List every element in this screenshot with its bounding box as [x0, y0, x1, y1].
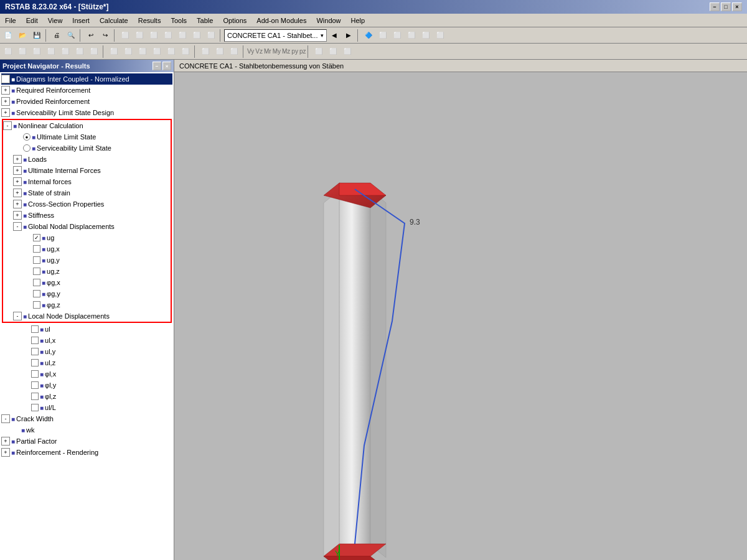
- tree-expander-state-strain[interactable]: +: [13, 189, 22, 197]
- tree-item-ultimate-internal[interactable]: +■Ultimate Internal Forces: [3, 165, 171, 176]
- tb-b6[interactable]: ⬜: [190, 29, 204, 42]
- tree-item-sls[interactable]: ■Serviceability Limit State: [3, 142, 171, 154]
- tree-item-diagrams[interactable]: -■Diagrams Inter Coupled - Normalized: [1, 73, 172, 85]
- tb2-b2[interactable]: ⬜: [16, 45, 29, 58]
- tb-open[interactable]: 📂: [16, 29, 29, 42]
- tree-checkbox-ulz[interactable]: [31, 359, 39, 366]
- tb2-b5[interactable]: ⬜: [59, 45, 72, 58]
- tb-b2[interactable]: ⬜: [133, 29, 146, 42]
- menu-tools[interactable]: Tools: [166, 14, 192, 27]
- tree-checkbox-ug[interactable]: [33, 234, 40, 241]
- tree-item-state-strain[interactable]: +■State of strain: [3, 187, 171, 198]
- panel-close-button[interactable]: ×: [162, 62, 171, 70]
- tb-view1[interactable]: ⬜: [376, 29, 390, 42]
- menu-results[interactable]: Results: [133, 14, 166, 27]
- tree-item-global-nodal[interactable]: -■Global Nodal Displacements: [3, 221, 171, 232]
- tb2-b18[interactable]: ⬜: [326, 45, 340, 58]
- tree-item-ui[interactable]: ■ul: [1, 324, 172, 335]
- tree-checkbox-uly[interactable]: [31, 348, 39, 355]
- tree-item-ulz[interactable]: ■ul,z: [1, 357, 172, 368]
- tree-checkbox-philx[interactable]: [31, 370, 39, 378]
- tb-b1[interactable]: ⬜: [118, 29, 132, 42]
- tb-printprev[interactable]: 🔍: [64, 29, 78, 42]
- menu-addons[interactable]: Add-on Modules: [251, 14, 311, 27]
- tree-expander-internal-forces[interactable]: +: [13, 177, 22, 186]
- tb2-b13[interactable]: ⬜: [179, 45, 192, 58]
- tb-right-arrow[interactable]: ▶: [342, 29, 355, 42]
- tb2-b14[interactable]: ⬜: [199, 45, 212, 58]
- tree-item-ugy[interactable]: ■ug,y: [3, 254, 171, 266]
- tb-redo[interactable]: ↪: [98, 29, 112, 42]
- tb2-b1[interactable]: ⬜: [1, 45, 15, 58]
- tree-checkbox-phigy[interactable]: [33, 290, 40, 297]
- tree-item-uls[interactable]: ■Ultimate Limit State: [3, 131, 171, 142]
- tree-expander-partial-factor[interactable]: +: [1, 437, 10, 446]
- tree-radio-sls[interactable]: [23, 144, 31, 152]
- tb-view3[interactable]: ⬜: [405, 29, 418, 42]
- menu-help[interactable]: Help: [346, 14, 370, 27]
- tree-item-cross-section[interactable]: +■Cross-Section Properties: [3, 198, 171, 210]
- tree-radio-uls[interactable]: [23, 133, 31, 141]
- tree-checkbox-ui[interactable]: [31, 325, 39, 333]
- tree-expander-global-nodal[interactable]: -: [13, 222, 22, 231]
- tree-expander-local-node[interactable]: -: [13, 312, 22, 320]
- tree-item-local-node[interactable]: -■Local Node Displacements: [3, 310, 171, 322]
- tb-view2[interactable]: ⬜: [390, 29, 404, 42]
- tb-b7[interactable]: ⬜: [204, 29, 218, 42]
- menu-file[interactable]: File: [0, 14, 21, 27]
- tree-expander-nonlinear[interactable]: -: [3, 121, 12, 130]
- tb2-b19[interactable]: ⬜: [341, 45, 354, 58]
- tree-checkbox-uilL[interactable]: [31, 404, 39, 411]
- menu-window[interactable]: Window: [311, 14, 345, 27]
- tree-item-wk[interactable]: ■wk: [1, 424, 172, 436]
- tb2-b4[interactable]: ⬜: [44, 45, 58, 58]
- tree-item-partial-factor[interactable]: +■Partial Factor: [1, 436, 172, 447]
- tree-item-ug[interactable]: ■ug: [3, 232, 171, 243]
- tree-expander-serviceability[interactable]: +: [1, 108, 10, 117]
- tree-container[interactable]: -■Diagrams Inter Coupled - Normalized+■R…: [0, 72, 174, 560]
- tree-item-uly[interactable]: ■ul,y: [1, 346, 172, 357]
- tb2-b3[interactable]: ⬜: [30, 45, 44, 58]
- tree-item-internal-forces[interactable]: +■Internal forces: [3, 176, 171, 187]
- tb-view5[interactable]: ⬜: [433, 29, 447, 42]
- menu-edit[interactable]: Edit: [21, 14, 43, 27]
- minimize-button[interactable]: −: [710, 2, 720, 11]
- tree-expander-crack-width[interactable]: -: [1, 414, 10, 423]
- tree-expander-cross-section[interactable]: +: [13, 200, 22, 208]
- tb-b4[interactable]: ⬜: [161, 29, 175, 42]
- tb-undo[interactable]: ↩: [84, 29, 98, 42]
- tree-item-philz[interactable]: ■φl,z: [1, 391, 172, 402]
- close-button[interactable]: ×: [732, 2, 742, 11]
- tb2-b9[interactable]: ⬜: [121, 45, 135, 58]
- tree-item-uilL[interactable]: ■ul/L: [1, 402, 172, 413]
- tb2-b15[interactable]: ⬜: [213, 45, 227, 58]
- tree-item-phigy[interactable]: ■φg,y: [3, 288, 171, 299]
- tree-checkbox-ugx[interactable]: [33, 245, 40, 253]
- tree-expander-provided-reinf[interactable]: +: [1, 97, 10, 106]
- tree-checkbox-phigx[interactable]: [33, 279, 40, 286]
- menu-calculate[interactable]: Calculate: [95, 14, 133, 27]
- tree-checkbox-ugz[interactable]: [33, 268, 40, 275]
- tree-item-reinf-rendering[interactable]: +■Reinforcement - Rendering: [1, 447, 172, 458]
- tree-item-ugz[interactable]: ■ug,z: [3, 266, 171, 277]
- tree-expander-required-reinf[interactable]: +: [1, 86, 10, 95]
- tree-checkbox-ugy[interactable]: [33, 256, 40, 264]
- tb2-b8[interactable]: ⬜: [107, 45, 121, 58]
- tree-item-phigx[interactable]: ■φg,x: [3, 277, 171, 288]
- tree-item-ulx[interactable]: ■ul,x: [1, 335, 172, 346]
- menu-options[interactable]: Options: [218, 14, 251, 27]
- tree-checkbox-phily[interactable]: [31, 381, 39, 389]
- tb-save[interactable]: 💾: [30, 29, 44, 42]
- tree-expander-stiffness[interactable]: +: [13, 211, 22, 220]
- tb2-b12[interactable]: ⬜: [164, 45, 178, 58]
- tb-view4[interactable]: ⬜: [419, 29, 433, 42]
- tb2-b7[interactable]: ⬜: [87, 45, 101, 58]
- tb2-b16[interactable]: ⬜: [227, 45, 241, 58]
- tree-checkbox-ulx[interactable]: [31, 337, 39, 344]
- tb2-b6[interactable]: ⬜: [73, 45, 87, 58]
- tb-model-dropdown[interactable]: CONCRETE CA1 - Stahlbet... ▾: [224, 29, 327, 42]
- panel-pin-button[interactable]: −: [153, 62, 161, 70]
- tree-expander-reinf-rendering[interactable]: +: [1, 448, 10, 457]
- tb2-b10[interactable]: ⬜: [136, 45, 149, 58]
- tb-print[interactable]: 🖨: [50, 29, 63, 42]
